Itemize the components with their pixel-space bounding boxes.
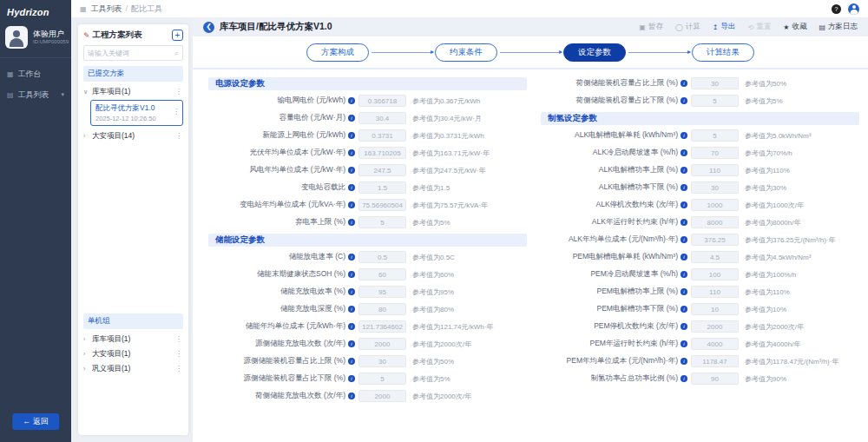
param-input[interactable]: 1000: [691, 199, 739, 211]
param-input[interactable]: 4.5: [691, 251, 739, 263]
project-tree-item[interactable]: ›巩义项目(1)⋮: [83, 361, 183, 376]
param-input[interactable]: 4000: [691, 338, 739, 350]
info-icon[interactable]: i: [348, 393, 355, 399]
info-icon[interactable]: i: [681, 149, 687, 156]
info-icon[interactable]: i: [348, 254, 355, 261]
info-icon[interactable]: i: [348, 323, 355, 330]
more-options-icon[interactable]: ⋮: [175, 88, 183, 96]
param-input[interactable]: 30: [358, 355, 406, 367]
info-icon[interactable]: i: [348, 340, 355, 347]
info-icon[interactable]: i: [681, 375, 687, 382]
param-input[interactable]: 376.25: [691, 234, 739, 246]
info-icon[interactable]: i: [348, 219, 355, 226]
info-icon[interactable]: i: [681, 167, 687, 174]
param-input[interactable]: 2000: [358, 390, 406, 402]
chevron-icon[interactable]: ∨: [83, 89, 92, 96]
param-input[interactable]: 247.5: [358, 164, 406, 176]
param-input[interactable]: 110: [691, 286, 739, 298]
more-options-icon[interactable]: ⋮: [173, 108, 180, 115]
chevron-icon[interactable]: ›: [83, 366, 92, 372]
scheme-search-input[interactable]: [88, 49, 174, 57]
info-icon[interactable]: i: [681, 358, 687, 365]
sidebar-item-workbench[interactable]: ▦工作台: [0, 63, 71, 84]
param-input[interactable]: 10: [691, 303, 739, 315]
info-icon[interactable]: i: [348, 271, 355, 278]
more-options-icon[interactable]: ⋮: [175, 335, 183, 343]
info-icon[interactable]: i: [681, 288, 687, 295]
param-input[interactable]: 30.4: [358, 112, 406, 124]
more-options-icon[interactable]: ⋮: [175, 132, 183, 140]
param-input[interactable]: 2000: [691, 320, 739, 333]
param-input[interactable]: 5: [691, 95, 739, 107]
info-icon[interactable]: i: [681, 323, 687, 330]
info-icon[interactable]: i: [348, 167, 355, 174]
param-input[interactable]: 163.710205: [358, 147, 406, 159]
step-3[interactable]: 设定参数: [563, 43, 626, 62]
info-icon[interactable]: i: [348, 184, 355, 191]
info-icon[interactable]: i: [348, 97, 355, 104]
param-input[interactable]: 75.56960504: [358, 199, 406, 211]
info-icon[interactable]: i: [681, 80, 687, 87]
account-avatar-icon[interactable]: [848, 3, 859, 15]
step-2[interactable]: 约束条件: [435, 43, 497, 62]
param-input[interactable]: 95: [358, 286, 406, 298]
info-icon[interactable]: i: [681, 132, 687, 139]
project-tree-item[interactable]: ›库车项目(1)⋮: [83, 332, 183, 346]
info-icon[interactable]: i: [681, 271, 687, 278]
project-tree-item[interactable]: ›大安项目(14)⋮: [83, 129, 183, 143]
chevron-icon[interactable]: ›: [83, 351, 92, 357]
param-input[interactable]: 8000: [691, 216, 739, 228]
step-1[interactable]: 方案构成: [306, 43, 369, 62]
info-icon[interactable]: i: [681, 306, 687, 313]
info-icon[interactable]: i: [681, 236, 687, 243]
chevron-icon[interactable]: ›: [83, 133, 92, 139]
favorite-button[interactable]: ★收藏: [783, 22, 806, 32]
info-icon[interactable]: i: [681, 201, 687, 208]
scheme-card-selected[interactable]: 配比寻优方案V1.02025-12-12 10:26:50⋮: [90, 100, 183, 126]
info-icon[interactable]: i: [348, 132, 355, 139]
param-input[interactable]: 5: [358, 216, 406, 228]
param-input[interactable]: 30: [691, 181, 739, 194]
help-icon[interactable]: ?: [832, 4, 841, 14]
info-icon[interactable]: i: [348, 149, 355, 156]
param-input[interactable]: 2000: [358, 338, 406, 350]
save-draft-button[interactable]: ▣暂存: [639, 22, 663, 32]
param-input[interactable]: 80: [358, 303, 406, 315]
add-scheme-button[interactable]: +: [172, 30, 183, 41]
param-input[interactable]: 30: [691, 77, 739, 89]
chevron-icon[interactable]: ›: [83, 336, 92, 342]
param-input[interactable]: 70: [691, 147, 739, 159]
more-options-icon[interactable]: ⋮: [175, 365, 183, 373]
param-input[interactable]: 90: [691, 373, 739, 385]
scheme-search[interactable]: ⌕: [83, 45, 183, 61]
param-input[interactable]: 1178.47: [691, 355, 739, 367]
export-button[interactable]: ↥导出: [713, 22, 736, 32]
reset-button[interactable]: ⟲重置: [748, 22, 772, 32]
param-input[interactable]: 0.3731: [358, 129, 406, 142]
info-icon[interactable]: i: [681, 97, 687, 104]
sidebar-item-tool-list[interactable]: ▤工具列表▾: [0, 84, 71, 105]
param-input[interactable]: 5: [691, 129, 739, 142]
param-input[interactable]: 0.5: [358, 251, 406, 263]
info-icon[interactable]: i: [681, 184, 687, 191]
back-circle-icon[interactable]: ❮: [203, 22, 214, 33]
param-input[interactable]: 121.7364602: [358, 320, 406, 333]
param-input[interactable]: 1.5: [358, 181, 406, 194]
info-icon[interactable]: i: [348, 358, 355, 365]
more-options-icon[interactable]: ⋮: [175, 350, 183, 358]
info-icon[interactable]: i: [681, 219, 687, 226]
info-icon[interactable]: i: [681, 340, 687, 347]
back-button[interactable]: ← 返回: [12, 413, 59, 430]
scheme-log-button[interactable]: ▤方案日志: [819, 22, 858, 32]
param-input[interactable]: 5: [358, 373, 406, 385]
project-tree-item[interactable]: ∨库车项目(1)⋮: [83, 84, 183, 99]
param-input[interactable]: 110: [691, 164, 739, 176]
param-input[interactable]: 0.366718: [358, 95, 406, 107]
info-icon[interactable]: i: [348, 115, 355, 122]
breadcrumb-tools[interactable]: 工具列表: [91, 3, 122, 15]
param-input[interactable]: 100: [691, 268, 739, 280]
param-input[interactable]: 60: [358, 268, 406, 280]
info-icon[interactable]: i: [348, 375, 355, 382]
info-icon[interactable]: i: [348, 288, 355, 295]
step-4[interactable]: 计算结果: [692, 43, 754, 62]
